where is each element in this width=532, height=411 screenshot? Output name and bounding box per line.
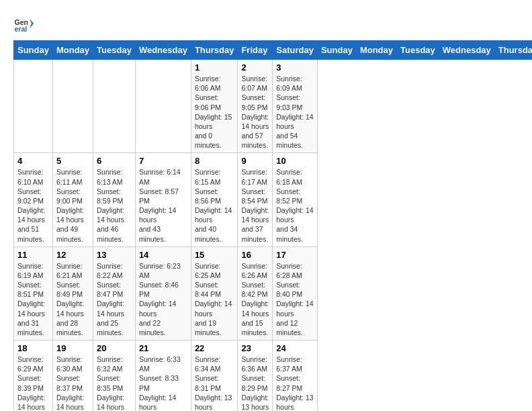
calendar-cell: 18Sunrise: 6:29 AM Sunset: 8:39 PM Dayli…: [14, 340, 53, 411]
day-number: 7: [139, 156, 187, 166]
calendar-cell: 21Sunrise: 6:33 AM Sunset: 8:33 PM Dayli…: [135, 340, 191, 411]
calendar-header-row: SundayMondayTuesdayWednesdayThursdayFrid…: [14, 41, 533, 60]
calendar-cell: 11Sunrise: 6:19 AM Sunset: 8:51 PM Dayli…: [14, 246, 53, 340]
page-header: Gen eral: [13, 13, 519, 34]
day-number: 3: [276, 62, 314, 73]
day-number: 20: [97, 343, 132, 353]
day-info: Sunrise: 6:17 AM Sunset: 8:54 PM Dayligh…: [241, 167, 269, 243]
day-number: 14: [139, 250, 187, 260]
day-header-saturday: Saturday: [273, 41, 318, 60]
day-number: 19: [56, 343, 89, 353]
calendar-cell: [135, 60, 191, 153]
day-number: 23: [241, 343, 269, 353]
calendar-cell: [52, 60, 93, 153]
day-number: 12: [56, 250, 89, 260]
day-info: Sunrise: 6:15 AM Sunset: 8:56 PM Dayligh…: [195, 167, 234, 243]
logo: Gen eral: [13, 13, 36, 34]
day-info: Sunrise: 6:29 AM Sunset: 8:39 PM Dayligh…: [17, 355, 49, 411]
day-info: Sunrise: 6:06 AM Sunset: 9:06 PM Dayligh…: [195, 74, 234, 150]
day-header-tuesday: Tuesday: [93, 41, 136, 60]
day-header-friday: Friday: [238, 41, 273, 60]
calendar-week-4: 18Sunrise: 6:29 AM Sunset: 8:39 PM Dayli…: [14, 340, 533, 411]
calendar-cell: 19Sunrise: 6:30 AM Sunset: 8:37 PM Dayli…: [52, 340, 93, 411]
day-info: Sunrise: 6:33 AM Sunset: 8:33 PM Dayligh…: [139, 355, 187, 411]
day-info: Sunrise: 6:23 AM Sunset: 8:46 PM Dayligh…: [139, 261, 187, 337]
day-info: Sunrise: 6:07 AM Sunset: 9:05 PM Dayligh…: [241, 74, 269, 150]
day-info: Sunrise: 6:11 AM Sunset: 9:00 PM Dayligh…: [56, 167, 89, 243]
calendar-cell: [14, 60, 53, 153]
day-info: Sunrise: 6:32 AM Sunset: 8:35 PM Dayligh…: [97, 355, 132, 411]
calendar-week-3: 11Sunrise: 6:19 AM Sunset: 8:51 PM Dayli…: [14, 246, 533, 340]
day-number: 21: [139, 343, 187, 353]
day-number: 2: [241, 62, 269, 73]
calendar-cell: 15Sunrise: 6:25 AM Sunset: 8:44 PM Dayli…: [191, 246, 238, 340]
calendar-cell: 24Sunrise: 6:37 AM Sunset: 8:27 PM Dayli…: [273, 340, 318, 411]
svg-text:eral: eral: [15, 25, 28, 33]
day-info: Sunrise: 6:28 AM Sunset: 8:40 PM Dayligh…: [276, 261, 314, 337]
calendar-cell: 12Sunrise: 6:21 AM Sunset: 8:49 PM Dayli…: [52, 246, 93, 340]
calendar-cell: 6Sunrise: 6:13 AM Sunset: 8:59 PM Daylig…: [93, 153, 136, 246]
day-number: 11: [17, 250, 49, 260]
day-info: Sunrise: 6:13 AM Sunset: 8:59 PM Dayligh…: [97, 167, 132, 243]
calendar-week-1: 1Sunrise: 6:06 AM Sunset: 9:06 PM Daylig…: [14, 60, 533, 153]
calendar-cell: 23Sunrise: 6:36 AM Sunset: 8:29 PM Dayli…: [238, 340, 273, 411]
day-info: Sunrise: 6:22 AM Sunset: 8:47 PM Dayligh…: [97, 261, 132, 337]
calendar-cell: 16Sunrise: 6:26 AM Sunset: 8:42 PM Dayli…: [238, 246, 273, 340]
day-header-sunday: Sunday: [14, 41, 53, 60]
day-info: Sunrise: 6:30 AM Sunset: 8:37 PM Dayligh…: [56, 355, 89, 411]
day-number: 4: [17, 156, 49, 166]
calendar-cell: 2Sunrise: 6:07 AM Sunset: 9:05 PM Daylig…: [238, 60, 273, 153]
col-header-thursday: Thursday: [494, 41, 532, 60]
calendar-cell: 10Sunrise: 6:18 AM Sunset: 8:52 PM Dayli…: [273, 153, 318, 246]
day-info: Sunrise: 6:37 AM Sunset: 8:27 PM Dayligh…: [276, 355, 314, 411]
calendar-cell: 8Sunrise: 6:15 AM Sunset: 8:56 PM Daylig…: [191, 153, 238, 246]
day-number: 22: [195, 343, 234, 353]
day-info: Sunrise: 6:19 AM Sunset: 8:51 PM Dayligh…: [17, 261, 49, 337]
day-info: Sunrise: 6:26 AM Sunset: 8:42 PM Dayligh…: [241, 261, 269, 337]
day-header-monday: Monday: [52, 41, 93, 60]
calendar-cell: 3Sunrise: 6:09 AM Sunset: 9:03 PM Daylig…: [273, 60, 318, 153]
calendar-cell: 9Sunrise: 6:17 AM Sunset: 8:54 PM Daylig…: [238, 153, 273, 246]
col-header-monday: Monday: [356, 41, 396, 60]
day-header-thursday: Thursday: [191, 41, 238, 60]
day-number: 8: [195, 156, 234, 166]
day-number: 5: [56, 156, 89, 166]
day-number: 15: [195, 250, 234, 260]
day-info: Sunrise: 6:09 AM Sunset: 9:03 PM Dayligh…: [276, 74, 314, 150]
calendar-cell: 7Sunrise: 6:14 AM Sunset: 8:57 PM Daylig…: [135, 153, 191, 246]
day-info: Sunrise: 6:21 AM Sunset: 8:49 PM Dayligh…: [56, 261, 89, 337]
calendar-cell: 5Sunrise: 6:11 AM Sunset: 9:00 PM Daylig…: [52, 153, 93, 246]
col-header-wednesday: Wednesday: [439, 41, 494, 60]
day-number: 24: [276, 343, 314, 353]
calendar-cell: [93, 60, 136, 153]
day-number: 9: [241, 156, 269, 166]
col-header-tuesday: Tuesday: [397, 41, 439, 60]
day-number: 13: [97, 250, 132, 260]
logo-icon: Gen eral: [13, 13, 34, 34]
day-info: Sunrise: 6:34 AM Sunset: 8:31 PM Dayligh…: [195, 355, 234, 411]
day-info: Sunrise: 6:36 AM Sunset: 8:29 PM Dayligh…: [241, 355, 269, 411]
calendar-cell: 1Sunrise: 6:06 AM Sunset: 9:06 PM Daylig…: [191, 60, 238, 153]
calendar-week-2: 4Sunrise: 6:10 AM Sunset: 9:02 PM Daylig…: [14, 153, 533, 246]
svg-marker-2: [30, 19, 34, 29]
calendar-cell: 17Sunrise: 6:28 AM Sunset: 8:40 PM Dayli…: [273, 246, 318, 340]
day-info: Sunrise: 6:18 AM Sunset: 8:52 PM Dayligh…: [276, 167, 314, 243]
calendar-cell: 20Sunrise: 6:32 AM Sunset: 8:35 PM Dayli…: [93, 340, 136, 411]
calendar-cell: 4Sunrise: 6:10 AM Sunset: 9:02 PM Daylig…: [14, 153, 53, 246]
day-number: 1: [195, 62, 234, 73]
col-header-sunday: Sunday: [317, 41, 356, 60]
day-info: Sunrise: 6:10 AM Sunset: 9:02 PM Dayligh…: [17, 167, 49, 243]
day-info: Sunrise: 6:14 AM Sunset: 8:57 PM Dayligh…: [139, 167, 187, 243]
day-number: 6: [97, 156, 132, 166]
day-info: Sunrise: 6:25 AM Sunset: 8:44 PM Dayligh…: [195, 261, 234, 337]
calendar-cell: 22Sunrise: 6:34 AM Sunset: 8:31 PM Dayli…: [191, 340, 238, 411]
day-header-wednesday: Wednesday: [135, 41, 191, 60]
day-number: 16: [241, 250, 269, 260]
day-number: 10: [276, 156, 314, 166]
calendar-cell: 14Sunrise: 6:23 AM Sunset: 8:46 PM Dayli…: [135, 246, 191, 340]
day-number: 17: [276, 250, 314, 260]
calendar-cell: 13Sunrise: 6:22 AM Sunset: 8:47 PM Dayli…: [93, 246, 136, 340]
day-number: 18: [17, 343, 49, 353]
calendar-table: SundayMondayTuesdayWednesdayThursdayFrid…: [13, 40, 532, 411]
